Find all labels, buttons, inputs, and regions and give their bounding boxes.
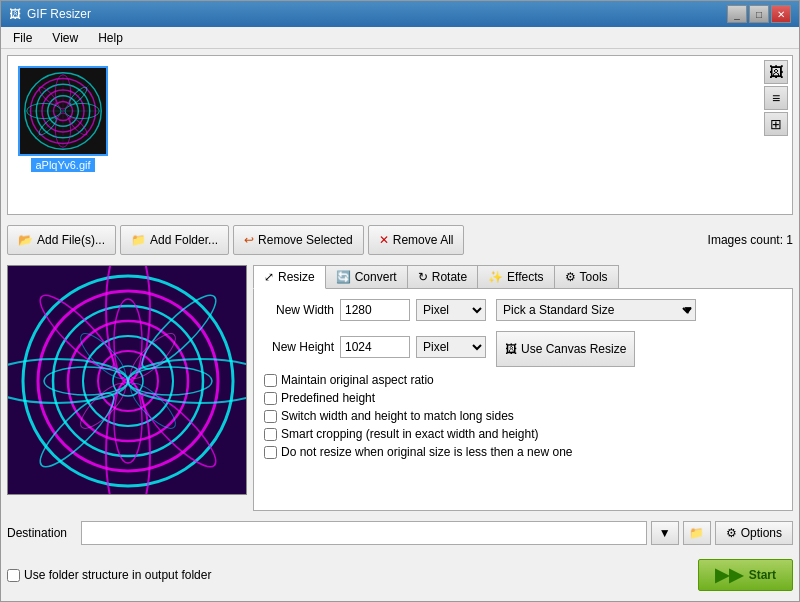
tab-resize[interactable]: ⤢ Resize	[253, 265, 326, 289]
smart-cropping-checkbox[interactable]	[264, 428, 277, 441]
menu-help[interactable]: Help	[90, 29, 131, 47]
file-name: aPlqYv6.gif	[31, 158, 94, 172]
canvas-resize-icon: 🖼	[505, 342, 517, 356]
canvas-resize-label: Use Canvas Resize	[521, 342, 626, 356]
remove-selected-icon: ↩	[244, 233, 254, 247]
file-item[interactable]: aPlqYv6.gif	[14, 62, 112, 208]
tab-effects[interactable]: ✨ Effects	[477, 265, 554, 288]
resize-tab-label: Resize	[278, 270, 315, 284]
destination-label: Destination	[7, 526, 77, 540]
no-resize-checkbox[interactable]	[264, 446, 277, 459]
panel-thumbnail-view[interactable]: 🖼	[764, 60, 788, 84]
add-folder-button[interactable]: 📁 Add Folder...	[120, 225, 229, 255]
thumbnail-preview	[20, 66, 106, 156]
preview-area	[7, 265, 247, 495]
convert-tab-label: Convert	[355, 270, 397, 284]
maintain-aspect-row: Maintain original aspect ratio	[264, 373, 782, 387]
tab-bar: ⤢ Resize 🔄 Convert ↻ Rotate ✨ Effects	[253, 265, 793, 289]
options-label: Options	[741, 526, 782, 540]
predefined-height-checkbox[interactable]	[264, 392, 277, 405]
bottom-bar: Use folder structure in output folder ▶▶…	[7, 555, 793, 595]
main-window: 🖼 GIF Resizer _ □ ✕ File View Help	[0, 0, 800, 602]
new-height-label: New Height	[264, 340, 334, 354]
use-folder-checkbox[interactable]	[7, 569, 20, 582]
start-icon: ▶▶	[715, 564, 743, 586]
start-button[interactable]: ▶▶ Start	[698, 559, 793, 591]
bottom-section: ⤢ Resize 🔄 Convert ↻ Rotate ✨ Effects	[7, 265, 793, 511]
preview-svg	[8, 266, 247, 495]
standard-size-select[interactable]: Pick a Standard Size	[496, 299, 696, 321]
rotate-tab-icon: ↻	[418, 270, 428, 284]
effects-tab-label: Effects	[507, 270, 543, 284]
remove-all-icon: ✕	[379, 233, 389, 247]
maintain-aspect-checkbox[interactable]	[264, 374, 277, 387]
options-icon: ⚙	[726, 526, 737, 540]
remove-selected-label: Remove Selected	[258, 233, 353, 247]
use-canvas-resize-button[interactable]: 🖼 Use Canvas Resize	[496, 331, 635, 367]
toolbar: 📂 Add File(s)... 📁 Add Folder... ↩ Remov…	[7, 221, 793, 259]
minimize-button[interactable]: _	[727, 5, 747, 23]
right-panel: 🖼 ≡ ⊞	[764, 60, 788, 136]
panel-list-view[interactable]: ≡	[764, 86, 788, 110]
menu-file[interactable]: File	[5, 29, 40, 47]
effects-tab-icon: ✨	[488, 270, 503, 284]
close-button[interactable]: ✕	[771, 5, 791, 23]
destination-input[interactable]	[81, 521, 647, 545]
smart-cropping-row: Smart cropping (result in exact width an…	[264, 427, 782, 441]
new-width-input[interactable]	[340, 299, 410, 321]
width-row: New Width Pixel Percent Pick a Standard …	[264, 299, 782, 321]
switch-width-height-label: Switch width and height to match long si…	[281, 409, 514, 423]
window-title: GIF Resizer	[27, 7, 91, 21]
tools-tab-label: Tools	[580, 270, 608, 284]
destination-bar: Destination ▼ 📁 ⚙ Options	[7, 517, 793, 549]
destination-browse-button[interactable]: 📁	[683, 521, 711, 545]
convert-tab-icon: 🔄	[336, 270, 351, 284]
add-files-icon: 📂	[18, 233, 33, 247]
switch-width-height-row: Switch width and height to match long si…	[264, 409, 782, 423]
window-icon: 🖼	[9, 7, 21, 21]
start-label: Start	[749, 568, 776, 582]
add-folder-label: Add Folder...	[150, 233, 218, 247]
tabs-area: ⤢ Resize 🔄 Convert ↻ Rotate ✨ Effects	[253, 265, 793, 511]
height-unit-select[interactable]: Pixel Percent	[416, 336, 486, 358]
no-resize-label: Do not resize when original size is less…	[281, 445, 573, 459]
title-bar-text: 🖼 GIF Resizer	[9, 7, 91, 21]
title-bar: 🖼 GIF Resizer _ □ ✕	[1, 1, 799, 27]
remove-selected-button[interactable]: ↩ Remove Selected	[233, 225, 364, 255]
tab-convert[interactable]: 🔄 Convert	[325, 265, 408, 288]
new-width-label: New Width	[264, 303, 334, 317]
use-folder-label: Use folder structure in output folder	[24, 568, 211, 582]
options-button[interactable]: ⚙ Options	[715, 521, 793, 545]
add-files-button[interactable]: 📂 Add File(s)...	[7, 225, 116, 255]
title-bar-controls: _ □ ✕	[727, 5, 791, 23]
remove-all-button[interactable]: ✕ Remove All	[368, 225, 465, 255]
resize-tab-icon: ⤢	[264, 270, 274, 284]
tools-tab-icon: ⚙	[565, 270, 576, 284]
maximize-button[interactable]: □	[749, 5, 769, 23]
add-folder-icon: 📁	[131, 233, 146, 247]
resize-tab-content: New Width Pixel Percent Pick a Standard …	[253, 289, 793, 511]
maintain-aspect-label: Maintain original aspect ratio	[281, 373, 434, 387]
file-list-area: aPlqYv6.gif 🖼 ≡ ⊞	[7, 55, 793, 215]
no-resize-row: Do not resize when original size is less…	[264, 445, 782, 459]
file-thumbnail	[18, 66, 108, 156]
main-content: aPlqYv6.gif 🖼 ≡ ⊞ 📂 Add File(s)... 📁 Add…	[1, 49, 799, 601]
tab-rotate[interactable]: ↻ Rotate	[407, 265, 478, 288]
switch-width-height-checkbox[interactable]	[264, 410, 277, 423]
height-row: New Height Pixel Percent 🖼 Use Canvas Re…	[264, 327, 782, 367]
menu-bar: File View Help	[1, 27, 799, 49]
use-folder-row: Use folder structure in output folder	[7, 568, 211, 582]
smart-cropping-label: Smart cropping (result in exact width an…	[281, 427, 538, 441]
images-count: Images count: 1	[708, 233, 793, 247]
new-height-input[interactable]	[340, 336, 410, 358]
menu-view[interactable]: View	[44, 29, 86, 47]
predefined-height-label: Predefined height	[281, 391, 375, 405]
rotate-tab-label: Rotate	[432, 270, 467, 284]
destination-dropdown-button[interactable]: ▼	[651, 521, 679, 545]
tab-tools[interactable]: ⚙ Tools	[554, 265, 619, 288]
panel-grid-view[interactable]: ⊞	[764, 112, 788, 136]
remove-all-label: Remove All	[393, 233, 454, 247]
width-unit-select[interactable]: Pixel Percent	[416, 299, 486, 321]
predefined-height-row: Predefined height	[264, 391, 782, 405]
add-files-label: Add File(s)...	[37, 233, 105, 247]
